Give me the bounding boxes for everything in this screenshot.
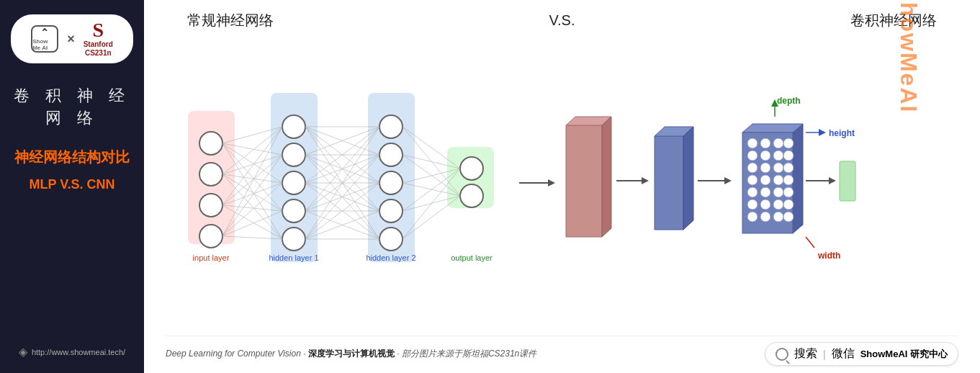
svg-point-117 <box>783 199 794 210</box>
sidebar-url[interactable]: ◈ http://www.showmeai.tech/ <box>19 345 125 359</box>
svg-text:hidden layer 2: hidden layer 2 <box>366 253 415 262</box>
label-vs: V.S. <box>549 12 575 29</box>
svg-point-98 <box>747 150 758 161</box>
search-box[interactable]: 搜索 | 微信 ShowMeAI 研究中心 <box>765 342 958 366</box>
showmeai-icon: ⌃ Show Me AI <box>31 25 58 53</box>
svg-point-15 <box>379 171 403 194</box>
svg-marker-90 <box>724 177 732 184</box>
svg-point-17 <box>379 228 403 251</box>
label-regular-nn: 常规神经网络 <box>187 11 274 30</box>
svg-point-19 <box>460 184 483 207</box>
svg-marker-91 <box>793 124 803 233</box>
diagram-area: input layer hidden layer 1 hidden layer … <box>166 37 958 336</box>
svg-text:depth: depth <box>777 96 801 106</box>
footer-italic: Deep Learning for Computer Vision <box>166 349 301 359</box>
top-labels: 常规神经网络 V.S. 卷积神经网络 <box>166 11 958 30</box>
svg-point-105 <box>783 163 794 173</box>
svg-marker-83 <box>602 117 611 237</box>
footer-text: Deep Learning for Computer Vision · 深度学习… <box>166 348 536 360</box>
svg-point-101 <box>783 150 794 161</box>
svg-point-108 <box>773 175 783 185</box>
svg-text:hidden layer 1: hidden layer 1 <box>269 253 318 262</box>
svg-marker-129 <box>819 129 826 136</box>
svg-marker-123 <box>829 177 836 184</box>
svg-marker-92 <box>742 124 803 132</box>
svg-point-120 <box>773 212 783 222</box>
wechat-label: 微信 <box>832 346 855 361</box>
svg-point-11 <box>282 199 305 223</box>
svg-point-9 <box>282 143 305 166</box>
brand-label: ShowMeAI 研究中心 <box>860 348 948 361</box>
svg-marker-80 <box>548 179 555 186</box>
svg-point-121 <box>783 212 794 222</box>
svg-point-96 <box>773 138 783 148</box>
x-separator: × <box>67 32 75 47</box>
svg-line-131 <box>806 237 814 248</box>
svg-point-113 <box>783 187 794 197</box>
sidebar-mlp-label: MLP V.S. CNN <box>29 177 114 192</box>
svg-marker-86 <box>655 136 683 230</box>
main-content: ShowMeAI 常规神经网络 V.S. 卷积神经网络 <box>144 0 980 373</box>
bottom-bar: Deep Learning for Computer Vision · 深度学习… <box>166 336 958 366</box>
svg-point-104 <box>773 163 783 173</box>
stanford-logo: S Stanford CS231n <box>84 20 113 58</box>
svg-point-112 <box>773 187 783 197</box>
sidebar: ⌃ Show Me AI × S Stanford CS231n 卷 积 神 经… <box>0 0 144 373</box>
divider: | <box>823 349 826 360</box>
svg-point-118 <box>747 212 758 222</box>
svg-text:width: width <box>817 251 840 261</box>
label-cnn: 卷积神经网络 <box>850 11 937 30</box>
svg-point-16 <box>379 199 403 223</box>
svg-point-111 <box>760 187 770 197</box>
svg-text:output layer: output layer <box>451 253 493 262</box>
url-text: http://www.showmeai.tech/ <box>32 348 125 356</box>
svg-point-12 <box>282 228 305 251</box>
svg-point-116 <box>773 199 783 210</box>
svg-point-99 <box>760 150 770 161</box>
stanford-letter: S <box>92 20 104 40</box>
svg-point-97 <box>783 138 794 148</box>
svg-point-18 <box>460 157 483 180</box>
svg-point-10 <box>282 171 305 194</box>
svg-rect-124 <box>840 161 855 201</box>
nn-diagram-svg: input layer hidden layer 1 hidden layer … <box>166 68 958 305</box>
svg-point-8 <box>282 115 305 138</box>
logo-box: ⌃ Show Me AI × S Stanford CS231n <box>11 14 133 63</box>
svg-point-107 <box>760 175 770 185</box>
svg-point-106 <box>747 175 758 185</box>
svg-point-115 <box>760 199 770 210</box>
svg-text:input layer: input layer <box>192 253 229 262</box>
svg-point-6 <box>199 194 222 217</box>
svg-marker-81 <box>566 125 602 237</box>
svg-point-102 <box>747 163 758 173</box>
svg-point-4 <box>199 132 222 155</box>
svg-point-110 <box>747 187 758 197</box>
footer-credit: 部分图片来源于斯坦福CS231n课件 <box>402 349 536 359</box>
svg-point-103 <box>760 163 770 173</box>
sidebar-title: 卷 积 神 经 网 络 <box>11 85 133 130</box>
svg-point-5 <box>199 163 222 186</box>
search-icon <box>776 348 788 361</box>
svg-point-119 <box>760 212 770 222</box>
stanford-label: Stanford CS231n <box>84 40 113 58</box>
svg-point-94 <box>747 138 758 148</box>
svg-point-7 <box>199 225 222 248</box>
svg-point-100 <box>773 150 783 161</box>
svg-text:height: height <box>829 128 855 138</box>
svg-marker-85 <box>642 177 649 184</box>
url-icon: ◈ <box>19 345 27 359</box>
svg-point-114 <box>747 199 758 210</box>
footer-chinese: 深度学习与计算机视觉 <box>308 349 395 359</box>
svg-point-109 <box>783 175 794 185</box>
sidebar-subtitle: 神经网络结构对比 <box>14 148 130 166</box>
svg-point-13 <box>379 115 403 138</box>
svg-point-14 <box>379 143 403 166</box>
svg-point-95 <box>760 138 770 148</box>
search-text: 搜索 <box>794 346 817 361</box>
svg-marker-88 <box>683 127 693 230</box>
